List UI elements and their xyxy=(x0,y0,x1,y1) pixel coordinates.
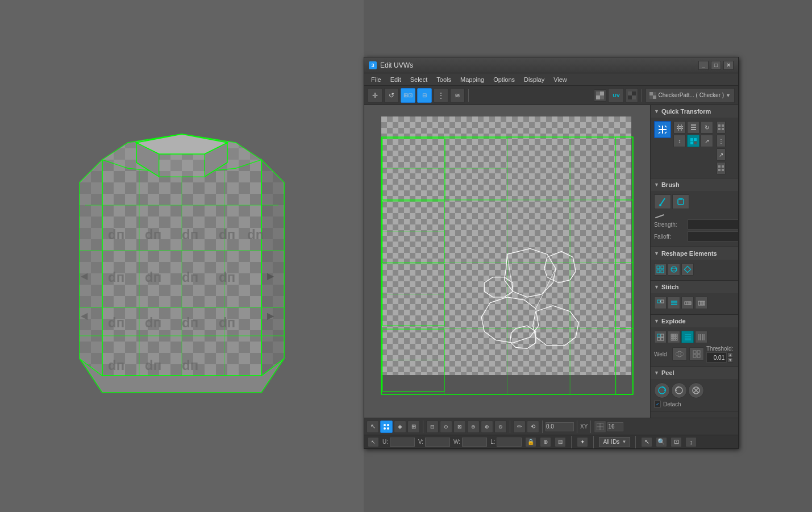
weld-btn-2[interactable] xyxy=(689,347,704,361)
stitch-btn-1[interactable] xyxy=(654,297,667,309)
all-ids-selector[interactable]: All IDs ▼ xyxy=(599,437,630,447)
reshape-btn-2[interactable] xyxy=(668,263,680,276)
threshold-down[interactable]: ▼ xyxy=(727,357,733,363)
maximize-button[interactable]: □ xyxy=(711,61,721,70)
face-mode-button[interactable]: ⊞ xyxy=(407,421,420,433)
stitch-btn-2[interactable] xyxy=(668,297,680,309)
strength-input[interactable] xyxy=(688,219,738,230)
lock-button[interactable]: 🔒 xyxy=(525,437,536,447)
stitch-header[interactable]: ▼ Stitch xyxy=(651,281,738,293)
reshape-btn-1[interactable] xyxy=(654,263,667,276)
qt-flip-v-button[interactable]: ↕ xyxy=(673,135,686,147)
zoom-region-button[interactable]: ↕ xyxy=(685,437,697,447)
qt-rotate-cw-button[interactable]: ↻ xyxy=(701,121,713,134)
menu-tools[interactable]: Tools xyxy=(432,75,456,84)
paint-select-button[interactable]: ⊛ xyxy=(467,421,480,433)
explode-btn-4[interactable] xyxy=(695,331,707,343)
qt-side-1[interactable] xyxy=(717,121,726,134)
minimize-button[interactable]: _ xyxy=(698,61,709,70)
explode-btn-3[interactable] xyxy=(681,331,694,343)
rotation-input[interactable] xyxy=(546,422,574,431)
select-mode-button[interactable]: ↖ xyxy=(367,421,379,433)
explode-header[interactable]: ▼ Explode xyxy=(651,315,738,327)
explode-btn-1[interactable] xyxy=(654,331,667,343)
tool-options-button[interactable]: ⊟ xyxy=(555,437,566,447)
vertex-mode-button[interactable] xyxy=(380,421,393,433)
texture-button[interactable] xyxy=(626,88,638,103)
menu-edit[interactable]: Edit xyxy=(386,75,406,84)
zoom-fit-button[interactable]: ⊡ xyxy=(671,437,682,447)
scale-tool-button[interactable]: ⊞⊡ xyxy=(401,88,415,103)
qt-side-2[interactable]: ⋮ xyxy=(717,135,726,147)
smooth-tool-button[interactable] xyxy=(672,194,689,209)
w-input[interactable] xyxy=(462,438,487,447)
checker-selector[interactable]: CheckerPatt... ( Checker ) ▼ xyxy=(646,88,735,103)
svg-point-173 xyxy=(387,427,389,430)
svg-marker-5 xyxy=(80,160,102,376)
grid-snap-button[interactable] xyxy=(594,421,606,433)
move-tool-button[interactable]: ✛ xyxy=(368,88,382,103)
peel-btn-3[interactable] xyxy=(688,382,704,398)
qt-pack-button[interactable] xyxy=(687,135,699,147)
qt-side-3[interactable]: ↗ xyxy=(717,148,726,161)
edge-mode-button[interactable]: ◈ xyxy=(394,421,406,433)
detach-checkbox[interactable]: ✓ xyxy=(654,401,661,407)
circle-select-button[interactable]: ⊙ xyxy=(440,421,452,433)
stitch-btn-3[interactable] xyxy=(681,297,694,309)
menu-select[interactable]: Select xyxy=(406,75,432,84)
brush-header[interactable]: ▼ Brush xyxy=(651,178,738,191)
peel-btn-1[interactable] xyxy=(654,382,670,398)
weld-btn-1[interactable] xyxy=(672,347,687,361)
menu-display[interactable]: Display xyxy=(519,75,549,84)
threshold-up[interactable]: ▲ xyxy=(727,352,733,357)
reshape-header[interactable]: ▼ Reshape Elements xyxy=(651,247,738,260)
mirror-button[interactable]: ⋮ xyxy=(434,88,448,103)
qt-align-h-icon xyxy=(676,124,684,131)
qt-main-icon[interactable] xyxy=(654,121,671,138)
lasso-select-button[interactable]: ⊠ xyxy=(453,421,466,433)
stitch-btn-4[interactable] xyxy=(695,297,707,309)
rect-select-button[interactable]: ⊟ xyxy=(426,421,439,433)
menu-options[interactable]: Options xyxy=(489,75,519,84)
v-input[interactable] xyxy=(425,438,450,447)
close-button[interactable]: ✕ xyxy=(723,61,734,70)
pan-button[interactable]: ↖ xyxy=(641,437,652,447)
peel-header[interactable]: ▼ Peel xyxy=(651,367,738,379)
rotate-tool-button[interactable]: ↺ xyxy=(384,88,399,103)
qt-rotate-ccw-button[interactable]: ↗ xyxy=(701,135,713,147)
menu-mapping[interactable]: Mapping xyxy=(456,75,489,84)
checker-grid-button[interactable] xyxy=(594,89,606,102)
uv-editor: 3 Edit UVWs _ □ ✕ File Edit Select Tools… xyxy=(364,57,739,449)
uvw-mode-button[interactable]: ↖ xyxy=(368,437,379,447)
snap-button[interactable]: ✏ xyxy=(513,421,526,433)
qt-align-h-button[interactable] xyxy=(673,121,686,134)
threshold-spinner: ▲ ▼ xyxy=(727,352,733,363)
threshold-input[interactable] xyxy=(706,352,727,363)
snap-mode-button[interactable]: ⊕ xyxy=(540,437,551,447)
menu-view[interactable]: View xyxy=(549,75,572,84)
quick-transform-header[interactable]: ▼ Quick Transform xyxy=(651,105,738,118)
falloff-input[interactable] xyxy=(688,231,738,242)
snap-value-input[interactable] xyxy=(607,422,623,431)
menu-file[interactable]: File xyxy=(367,75,386,84)
weld-bottom-button[interactable]: ⟲ xyxy=(527,421,539,433)
explode-btn-2[interactable] xyxy=(668,331,680,343)
l-input[interactable] xyxy=(497,438,522,447)
u-input[interactable] xyxy=(390,438,415,447)
peel-btn-2[interactable] xyxy=(671,382,687,398)
vertex-select-status[interactable]: ✦ xyxy=(577,437,588,447)
brush-tool-button[interactable] xyxy=(654,194,671,209)
contract-select-button[interactable]: ⊖ xyxy=(494,421,507,433)
viewport-3d[interactable]: dп dп dп dп dn dп dп dп dп dп dп dп dп d… xyxy=(0,0,364,512)
uv-display-button[interactable]: UV xyxy=(608,88,624,103)
qt-side-4[interactable] xyxy=(717,162,726,174)
freeform-button[interactable]: ⊟ xyxy=(417,88,432,103)
reshape-btn-3[interactable] xyxy=(681,263,694,276)
qt-space-v-button[interactable] xyxy=(687,121,699,134)
3d-model-svg: dп dп dп dп dn dп dп dп dп dп dп dп dп d… xyxy=(45,80,318,432)
flip-button[interactable]: ≋ xyxy=(450,88,465,103)
expand-select-button[interactable]: ⊕ xyxy=(481,421,493,433)
uv-viewport[interactable] xyxy=(364,105,650,418)
zoom-button[interactable]: 🔍 xyxy=(656,437,667,447)
svg-rect-46 xyxy=(596,91,600,95)
